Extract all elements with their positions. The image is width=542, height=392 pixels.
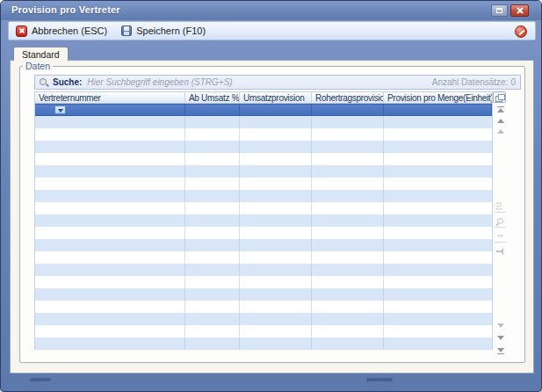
grid-cell — [35, 301, 185, 313]
grid-row[interactable] — [35, 178, 492, 190]
save-button[interactable]: Speichern (F10) — [114, 22, 213, 40]
grid-cell — [312, 190, 384, 202]
column-header-4[interactable]: Provision pro Menge(Einheit) — [384, 92, 492, 103]
grid-cell — [312, 214, 384, 227]
grid-cell — [312, 141, 384, 153]
grid-cell — [185, 141, 240, 153]
cancel-x-icon — [16, 25, 27, 37]
row-up-button[interactable] — [495, 117, 505, 125]
grid-cell — [240, 165, 312, 178]
grid-cell — [384, 251, 492, 264]
grid-row[interactable] — [35, 165, 492, 178]
grid-row[interactable] — [35, 239, 492, 251]
column-header-0[interactable]: Vertreternummer — [35, 92, 185, 103]
daten-groupbox: Daten Suche: Anzahl Datensätze:0 Vertret… — [19, 66, 525, 363]
scroll-to-top-button[interactable] — [495, 106, 505, 114]
grid-row[interactable] — [35, 251, 492, 264]
column-header-2[interactable]: Umsatzprovision — [240, 92, 312, 103]
grid-cell — [35, 178, 185, 190]
grid-cell — [312, 325, 384, 338]
grid-row[interactable] — [35, 288, 492, 301]
grid-row[interactable] — [35, 153, 492, 165]
grid-row-selected[interactable] — [35, 104, 492, 116]
grid-cell — [312, 288, 384, 301]
grid-cell — [35, 128, 185, 141]
cancel-button[interactable]: Abbrechen (ESC) — [9, 22, 114, 40]
grid-nav-top — [493, 106, 507, 135]
grid-cell — [240, 116, 312, 128]
page-up-button[interactable] — [495, 127, 505, 135]
record-indicator-icon[interactable]: (1) — [495, 201, 506, 213]
grid-cell — [35, 153, 185, 165]
grid-cell — [185, 227, 240, 239]
grid-cell — [384, 141, 492, 153]
grid-cell — [240, 153, 312, 165]
grid-cell — [384, 178, 492, 190]
grid-cell — [185, 214, 240, 227]
grid-row[interactable] — [35, 338, 492, 350]
scroll-to-bottom-button[interactable] — [495, 346, 505, 354]
grid-row[interactable] — [35, 264, 492, 276]
title-bar[interactable]: Provision pro Vertreter — [1, 1, 541, 20]
grid-cell — [384, 190, 492, 202]
grid-cell — [240, 338, 312, 350]
grid-row[interactable] — [35, 202, 492, 214]
grid-cell — [185, 301, 240, 313]
search-icon — [39, 77, 49, 88]
grid-cell — [312, 338, 384, 350]
quick-search-icon[interactable] — [495, 216, 506, 228]
grid-cell — [240, 178, 312, 190]
grid-cell — [240, 251, 312, 264]
grid-cell — [240, 105, 312, 115]
grid-cell — [185, 338, 240, 350]
grid-row[interactable] — [35, 214, 492, 227]
tab-standard[interactable]: Standard — [13, 47, 69, 61]
grid-cell — [240, 325, 312, 338]
page-down-button[interactable] — [495, 334, 505, 342]
search-input[interactable] — [87, 77, 431, 87]
grid-cell — [312, 202, 384, 214]
restore-button[interactable] — [491, 4, 508, 17]
grid-cell — [185, 202, 240, 214]
grid-cell — [384, 165, 492, 178]
grid-cell — [240, 128, 312, 141]
grid-row[interactable] — [35, 313, 492, 325]
grid-cell — [384, 338, 492, 350]
copy-grid-button[interactable] — [493, 91, 506, 103]
column-header-3[interactable]: Rohertragsprovision — [312, 92, 384, 103]
grid-cell — [35, 251, 185, 264]
grid-cell — [185, 153, 240, 165]
grid-cell — [185, 239, 240, 251]
grid-cell — [185, 251, 240, 264]
grid-row[interactable] — [35, 227, 492, 239]
window-title: Provision pro Vertreter — [11, 4, 120, 15]
grid-cell — [312, 276, 384, 288]
grid-cell — [240, 190, 312, 202]
grid-row[interactable] — [35, 128, 492, 141]
grid-row[interactable] — [35, 116, 492, 128]
grid-cell — [240, 214, 312, 227]
grid-cell — [35, 190, 185, 202]
abort-circle-icon[interactable] — [515, 25, 527, 38]
close-button[interactable] — [510, 4, 529, 17]
grid-row[interactable] — [35, 141, 492, 153]
grid-cell — [240, 264, 312, 276]
grid-cell — [384, 288, 492, 301]
grid-row[interactable] — [35, 325, 492, 338]
grid-cell — [240, 202, 312, 214]
grid-row[interactable] — [35, 301, 492, 313]
grid-cell — [384, 128, 492, 141]
grid-cell — [384, 239, 492, 251]
grid-row[interactable] — [35, 190, 492, 202]
grid-cell — [240, 313, 312, 325]
cell-dropdown-button[interactable] — [54, 105, 66, 114]
sum-row-icon[interactable]: Σ — [495, 231, 506, 243]
groupbox-label: Daten — [23, 61, 53, 71]
grid-row[interactable] — [35, 276, 492, 288]
grid-cell — [384, 214, 492, 227]
grid-cell — [240, 227, 312, 239]
column-header-1[interactable]: Ab Umsatz % — [185, 92, 240, 103]
row-down-button[interactable] — [495, 322, 505, 330]
filter-row-icon[interactable] — [495, 246, 506, 258]
grid-cell — [240, 239, 312, 251]
